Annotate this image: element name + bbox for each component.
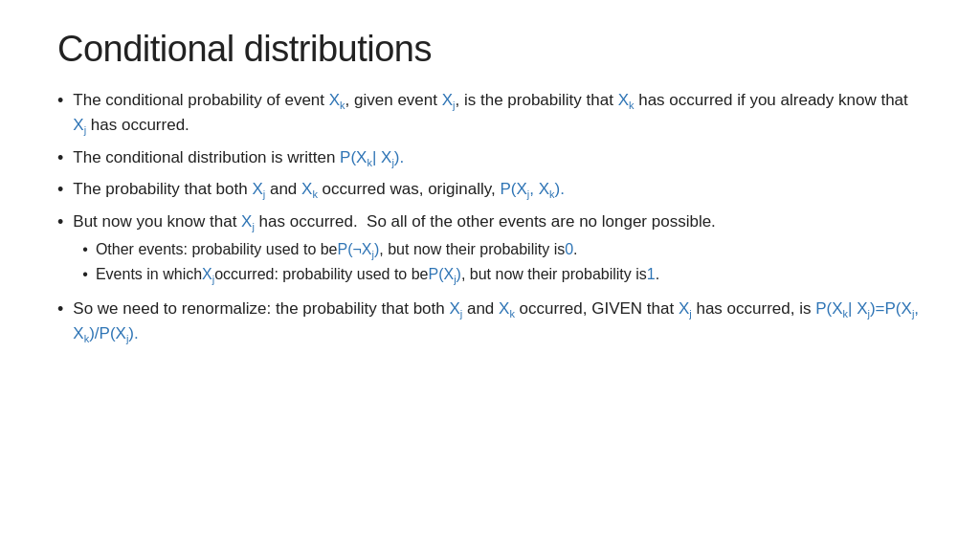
formula-3: P(Xj, Xk).: [500, 180, 564, 198]
formula-final: P(Xk| Xj)=P(Xj, Xk)/P(Xj).: [73, 299, 919, 342]
xj-2: Xj: [73, 116, 86, 134]
prob-zero: 0: [565, 239, 573, 260]
xk-2: Xk: [618, 91, 635, 109]
xj-4: Xj: [241, 212, 255, 231]
xj-1: Xj: [442, 91, 456, 109]
prob-one: 1: [647, 264, 656, 285]
sub-list-item: Events in which Xj occurred: probability…: [82, 264, 923, 288]
sub-list-item: Other events: probability used to be P(¬…: [82, 239, 923, 263]
bullet4-content: But now you know that Xj has occurred. S…: [73, 210, 923, 290]
bullet1-content: The conditional probability of event Xk,…: [73, 89, 923, 139]
formula-2: P(Xk| Xj).: [340, 148, 404, 166]
bullet2-content: The conditional distribution is written …: [73, 146, 923, 171]
list-item: The conditional distribution is written …: [57, 146, 923, 171]
bullet3-content: The probability that both Xj and Xk occu…: [73, 178, 923, 203]
formula-neg-xj: P(¬Xj): [338, 239, 380, 263]
list-item: But now you know that Xj has occurred. S…: [57, 210, 923, 290]
formula-xj: P(Xj): [428, 264, 460, 288]
sub-bullet-list: Other events: probability used to be P(¬…: [82, 239, 923, 288]
xk-3: Xk: [301, 180, 318, 198]
slide-title: Conditional distributions: [57, 29, 923, 70]
xj-3: Xj: [252, 180, 265, 198]
xk-1: Xk: [329, 91, 345, 109]
bullet5-content: So we need to renormalize: the probabili…: [73, 298, 923, 347]
main-bullet-list: The conditional probability of event Xk,…: [57, 89, 923, 347]
list-item: So we need to renormalize: the probabili…: [57, 298, 923, 347]
list-item: The conditional probability of event Xk,…: [57, 89, 923, 139]
list-item: The probability that both Xj and Xk occu…: [57, 178, 923, 203]
xj-7: Xj: [679, 299, 692, 318]
xj-6: Xj: [449, 299, 462, 318]
xj-5: Xj: [202, 264, 214, 288]
xk-5: Xk: [499, 299, 515, 318]
